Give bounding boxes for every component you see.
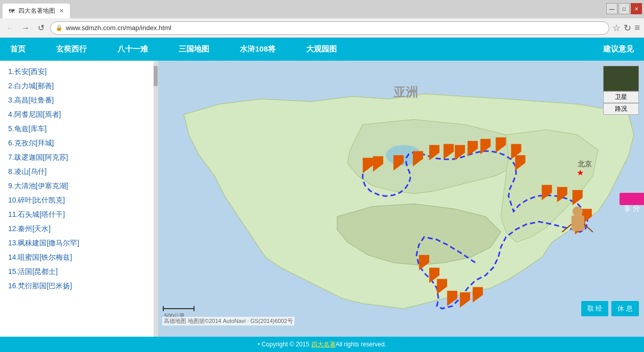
sidebar-item-5[interactable]: 5.龟兹[库车] — [0, 122, 158, 136]
nav-suggestion[interactable]: 建议意见 — [603, 44, 634, 54]
svg-rect-25 — [572, 216, 584, 231]
sidebar-item-14[interactable]: 14.咀蜜国[铁尔梅兹] — [0, 250, 158, 265]
refresh-circle-button[interactable]: ↻ — [624, 22, 631, 34]
svg-text:北京: 北京 — [578, 160, 592, 168]
nav-items: 首页 玄奘西行 八十一难 三国地图 水浒108将 大观园图 — [10, 44, 337, 54]
bookmark-button[interactable]: ☆ — [612, 22, 621, 34]
sidebar-item-7[interactable]: 7.跋逻迦国[阿克苏] — [0, 150, 158, 165]
svg-text:亚洲: 亚洲 — [393, 85, 418, 99]
nav-threekingdoms[interactable]: 三国地图 — [179, 44, 209, 54]
sidebar-list: 1.长安[西安] 2.白力城[鄯善] 3.高昌[吐鲁番] 4.阿耆尼国[焉者] … — [0, 65, 158, 293]
sidebar-item-3[interactable]: 3.高昌[吐鲁番] — [0, 93, 158, 108]
map-layer-controls: 卫星 路况 — [603, 66, 639, 115]
sidebar-item-1[interactable]: 1.长安[西安] — [0, 65, 158, 79]
footer-suffix: All rights reserved. — [336, 341, 386, 348]
address-bar[interactable]: 🔒 www.sdmzh.com.cn/map/index.html — [50, 21, 609, 35]
satellite-preview — [603, 66, 639, 91]
satellite-button[interactable]: 卫星 — [603, 91, 639, 103]
nav-menu: 首页 玄奘西行 八十一难 三国地图 水浒108将 大观园图 建议意见 — [0, 38, 644, 61]
sidebar-item-15[interactable]: 15.活国[昆都士] — [0, 265, 158, 279]
sidebar-item-2[interactable]: 2.白力城[鄯善] — [0, 79, 158, 93]
back-button[interactable]: ← — [4, 22, 16, 34]
sidebar-item-10[interactable]: 10.碎叶[比什凯克] — [0, 193, 158, 208]
nav-garden[interactable]: 大观园图 — [306, 44, 337, 54]
minimize-button[interactable]: — — [606, 3, 617, 14]
map-action-buttons: 取 经 休 息 — [581, 301, 639, 316]
forward-button[interactable]: → — [19, 22, 32, 34]
road-button[interactable]: 路况 — [603, 103, 639, 115]
share-button[interactable]: 分享 — [620, 193, 644, 205]
route-button[interactable]: 取 经 — [581, 301, 609, 316]
sidebar-item-13[interactable]: 13.飒秣建国[撒马尔罕] — [0, 236, 158, 250]
sidebar-item-12[interactable]: 12.秦州[天水] — [0, 222, 158, 236]
maximize-button[interactable]: □ — [618, 3, 630, 14]
reload-button[interactable]: ↺ — [35, 22, 47, 34]
map-area[interactable]: 北京 ★ 亚洲 500公里 高德地图 地图据©2014 AutoNavi · G… — [158, 61, 644, 337]
tab-title: 四大名著地图 — [18, 7, 55, 15]
svg-point-26 — [573, 207, 583, 217]
nav-xuanzang[interactable]: 玄奘西行 — [56, 44, 87, 54]
sidebar-item-16[interactable]: 16.梵衍那国[巴米扬] — [0, 279, 158, 293]
svg-text:★: ★ — [577, 168, 584, 177]
sidebar-item-8[interactable]: 8.凌山[乌什] — [0, 165, 158, 179]
address-icon: 🔒 — [56, 24, 63, 31]
sidebar: 1.长安[西安] 2.白力城[鄯善] 3.高昌[吐鲁番] 4.阿耆尼国[焉者] … — [0, 61, 158, 337]
sidebar-item-11[interactable]: 11.石头城[塔什干] — [0, 208, 158, 222]
close-button[interactable]: ✕ — [631, 3, 642, 14]
nav-eightyone[interactable]: 八十一难 — [117, 44, 148, 54]
url-text: www.sdmzh.com.cn/map/index.html — [66, 24, 171, 32]
sidebar-item-4[interactable]: 4.阿耆尼国[焉者] — [0, 108, 158, 122]
sidebar-item-9[interactable]: 9.大清池[伊塞克湖] — [0, 179, 158, 193]
tab-close-button[interactable]: ✕ — [59, 8, 64, 14]
map-attribution: 高德地图 地图据©2014 AutoNavi · GS(2014)6002号 — [162, 317, 294, 325]
nav-home[interactable]: 首页 — [10, 44, 26, 54]
browser-tab[interactable]: 🗺 四大名著地图 ✕ — [3, 4, 70, 18]
sidebar-scrollbar[interactable] — [154, 61, 158, 337]
footer-copyright: • Copyright © 2015 — [258, 341, 309, 348]
sidebar-item-6[interactable]: 6.克孜尔[拜城] — [0, 136, 158, 150]
map-svg: 北京 ★ 亚洲 500公里 — [158, 61, 644, 337]
nav-108heroes[interactable]: 水浒108将 — [240, 44, 276, 54]
main-content: 1.长安[西安] 2.白力城[鄯善] 3.高昌[吐鲁番] 4.阿耆尼国[焉者] … — [0, 61, 644, 337]
rest-button[interactable]: 休 息 — [611, 301, 639, 316]
menu-button[interactable]: ≡ — [634, 22, 640, 33]
browser-toolbar: ← → ↺ 🔒 www.sdmzh.com.cn/map/index.html … — [0, 18, 644, 38]
footer: • Copyright © 2015 四大名著 All rights reser… — [0, 337, 644, 352]
footer-link[interactable]: 四大名著 — [311, 340, 336, 349]
